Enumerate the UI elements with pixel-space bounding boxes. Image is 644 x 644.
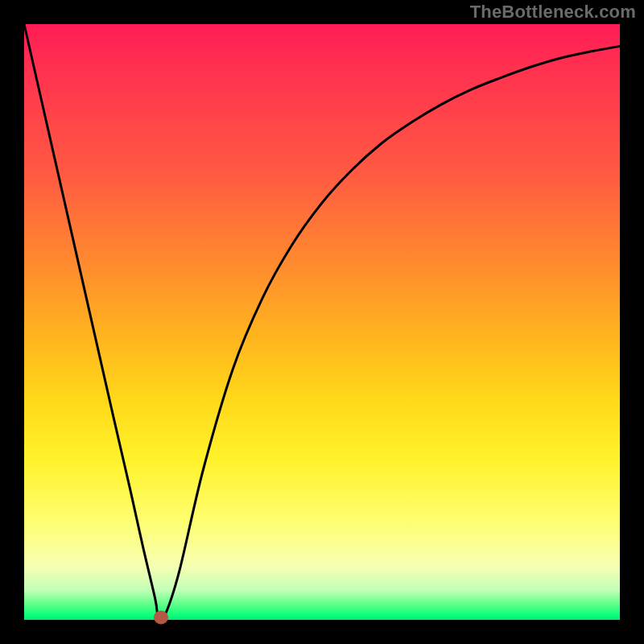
chart-frame: TheBottleneck.com	[0, 0, 644, 644]
bottleneck-curve	[24, 24, 620, 620]
attribution-label: TheBottleneck.com	[470, 2, 636, 23]
plot-area	[24, 24, 620, 620]
optimum-marker	[154, 611, 168, 625]
